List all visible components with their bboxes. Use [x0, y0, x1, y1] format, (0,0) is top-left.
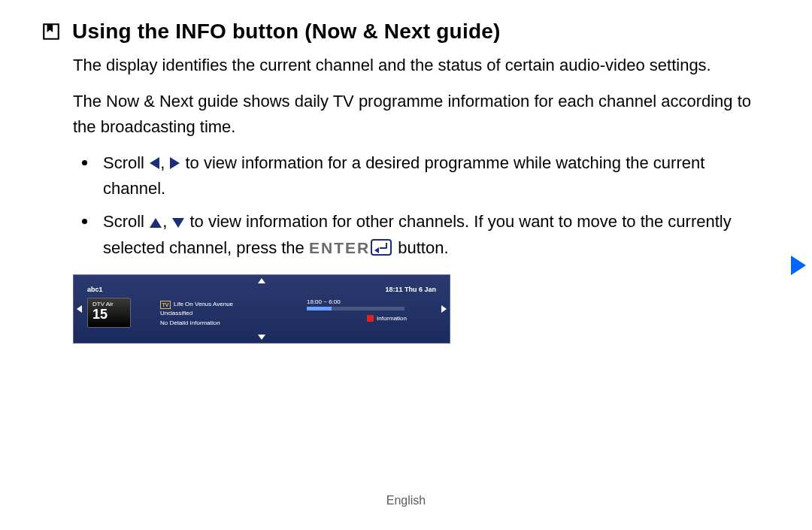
next-page-button[interactable] [791, 256, 806, 275]
osd-detail: No Detaild Information [160, 319, 233, 329]
osd-info-hint: Information [367, 315, 407, 322]
osd-panel: abc1 18:11 Thu 6 Jan DTV Air 15 TV Life … [73, 274, 450, 344]
text-fragment: , [162, 212, 171, 231]
bookmark-icon [41, 22, 61, 41]
arrow-up-icon [150, 218, 162, 228]
bullet-list: Scroll , to view information for a desir… [73, 150, 767, 260]
text-fragment: Scroll [103, 212, 149, 231]
arrow-left-icon [150, 157, 159, 169]
body-text: The display identifies the current chann… [73, 53, 767, 261]
arrow-right-icon [170, 157, 180, 169]
osd-channel-box: DTV Air 15 [87, 298, 131, 328]
osd-programme-info: TV Life On Venus Avenue Unclassified No … [160, 300, 233, 329]
osd-time-block: 18:00 ~ 6:00 [307, 298, 404, 310]
paragraph-2: The Now & Next guide shows daily TV prog… [73, 89, 767, 140]
red-button-icon [367, 315, 374, 322]
heading-row: Using the INFO button (Now & Next guide) [41, 20, 767, 44]
text-fragment: button. [393, 238, 448, 257]
bullet-1: Scroll , to view information for a desir… [73, 150, 767, 201]
osd-time-range: 18:00 ~ 6:00 [307, 298, 404, 305]
manual-page: Using the INFO button (Now & Next guide)… [0, 0, 812, 530]
osd-programme-title-row: TV Life On Venus Avenue [160, 300, 233, 310]
osd-progress-fill [307, 307, 332, 310]
tv-badge-icon: TV [160, 301, 171, 309]
osd-channel-name: abc1 [87, 286, 103, 293]
page-title: Using the INFO button (Now & Next guide) [72, 20, 501, 44]
osd-programme-title: Life On Venus Avenue [174, 300, 233, 310]
paragraph-1: The display identifies the current chann… [73, 53, 767, 78]
osd-arrow-up-icon [258, 278, 265, 283]
osd-arrow-right-icon [441, 305, 447, 313]
bullet-2: Scroll , to view information for other c… [73, 209, 767, 260]
enter-label: ENTER [309, 239, 370, 256]
osd-arrow-left-icon [77, 305, 82, 313]
osd-top-row: abc1 18:11 Thu 6 Jan [87, 286, 436, 293]
osd-datetime: 18:11 Thu 6 Jan [385, 286, 436, 293]
osd-info-label: Information [377, 315, 407, 322]
text-fragment: Scroll [103, 153, 149, 172]
osd-progress-bar [307, 307, 404, 310]
osd-rating: Unclassified [160, 309, 233, 319]
text-fragment: to view information for a desired progra… [103, 153, 704, 198]
text-fragment: , [160, 153, 169, 172]
arrow-down-icon [172, 218, 184, 228]
osd-arrow-down-icon [258, 335, 265, 340]
enter-icon [371, 239, 392, 256]
footer-language: English [0, 494, 812, 507]
osd-channel-number: 15 [92, 307, 126, 323]
